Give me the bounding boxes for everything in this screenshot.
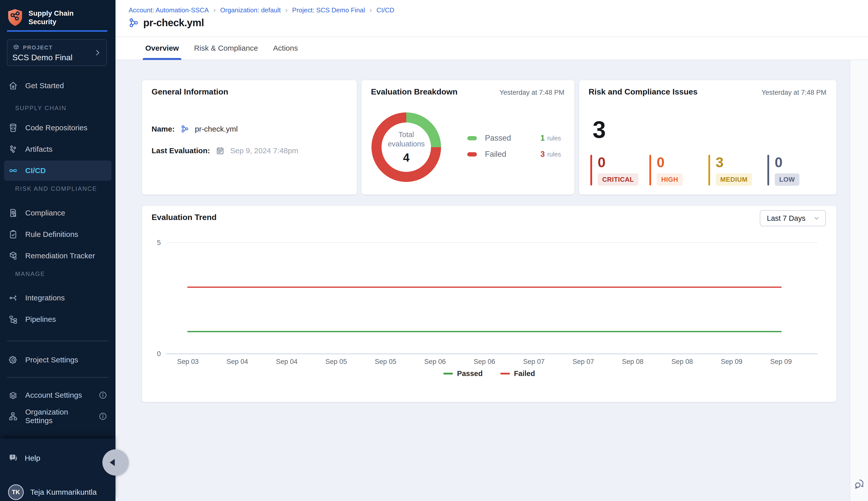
date-range-select[interactable]: Last 7 Days bbox=[760, 210, 826, 226]
sidebar-item-label: Code Repositories bbox=[25, 124, 87, 132]
info-icon[interactable] bbox=[98, 412, 107, 421]
severity-high: 0HIGH bbox=[649, 155, 708, 186]
x-axis-tick-label: Sep 04 bbox=[227, 358, 248, 365]
severity-critical: 0CRITICAL bbox=[590, 155, 649, 186]
help-chat-icon: ? bbox=[8, 453, 18, 463]
x-axis-tick-label: Sep 05 bbox=[325, 358, 347, 365]
legend-count: 3 bbox=[541, 150, 545, 159]
breadcrumb-link[interactable]: Organization: default bbox=[220, 6, 281, 14]
legend-item-failed: Failed3rules bbox=[467, 150, 561, 159]
severity-badge: LOW bbox=[775, 173, 799, 186]
sidebar-item-artifacts[interactable]: Artifacts bbox=[4, 140, 112, 158]
card-title: General Information bbox=[151, 87, 228, 97]
sidebar-item-integrations[interactable]: Integrations bbox=[4, 289, 112, 307]
user-name: Teja Kummarikuntla bbox=[30, 488, 97, 497]
sidebar-collapse-handle[interactable] bbox=[102, 449, 129, 476]
legend-unit: rules bbox=[547, 135, 561, 142]
severity-medium: 3MEDIUM bbox=[708, 155, 767, 186]
last-evaluation-label: Last Evaluation: bbox=[151, 147, 210, 155]
donut-total-value: 4 bbox=[403, 151, 409, 164]
x-axis-tick-label: Sep 06 bbox=[473, 358, 495, 365]
sidebar-item-label: Compliance bbox=[25, 209, 65, 217]
remediation-tracker-icon bbox=[8, 251, 18, 261]
tab-overview[interactable]: Overview bbox=[144, 37, 180, 60]
card-title: Risk and Compliance Issues bbox=[588, 87, 698, 97]
user-menu[interactable]: TK Teja Kummarikuntla bbox=[4, 483, 112, 501]
pipelines-icon bbox=[8, 314, 18, 324]
breadcrumb-link[interactable]: Project: SCS Demo Final bbox=[292, 6, 365, 14]
total-issues-value: 3 bbox=[593, 118, 606, 142]
help-button[interactable]: ? Help bbox=[4, 449, 112, 467]
severity-count: 0 bbox=[657, 155, 683, 169]
x-axis-tick-label: Sep 06 bbox=[424, 358, 446, 365]
risk-compliance-issues-card: Risk and Compliance Issues Yesterday at … bbox=[579, 80, 836, 194]
y-axis-tick-label: 0 bbox=[157, 350, 161, 358]
tab-actions[interactable]: Actions bbox=[272, 37, 299, 60]
sidebar-item-label: Pipelines bbox=[25, 315, 56, 323]
evaluation-trend-line-chart: 05Sep 03Sep 04Sep 04Sep 05Sep 05Sep 06Se… bbox=[142, 236, 836, 367]
breadcrumb-link[interactable]: CI/CD bbox=[377, 6, 395, 14]
sidebar-item-pipelines[interactable]: Pipelines bbox=[4, 310, 112, 328]
legend-item-passed: Passed1rules bbox=[467, 134, 561, 143]
content-area: General Information Name: pr-check.yml L… bbox=[115, 60, 850, 501]
name-value: pr-check.yml bbox=[195, 125, 238, 133]
legend-label: Failed bbox=[485, 150, 541, 159]
trend-legend-item-passed: Passed bbox=[443, 370, 483, 378]
card-title: Evaluation Breakdown bbox=[371, 87, 458, 97]
sidebar-section-label: SUPPLY CHAIN bbox=[15, 105, 66, 111]
help-label: Help bbox=[25, 454, 40, 462]
sidebar-item-account-settings[interactable]: Account Settings bbox=[4, 386, 112, 404]
date-range-value: Last 7 Days bbox=[767, 214, 805, 223]
y-axis-tick-label: 5 bbox=[157, 239, 161, 246]
sidebar-item-code-repositories[interactable]: Code Repositories bbox=[4, 119, 112, 137]
sidebar-section-label: RISK AND COMPLIANCE bbox=[15, 185, 97, 192]
compliance-icon bbox=[8, 208, 18, 218]
severity-low: 0LOW bbox=[767, 155, 826, 186]
sidebar-item-label: Organization Settings bbox=[25, 408, 91, 425]
severity-bar bbox=[708, 155, 710, 185]
breadcrumb-separator: › bbox=[370, 6, 372, 14]
breadcrumb-separator: › bbox=[285, 6, 287, 14]
x-axis-tick-label: Sep 07 bbox=[523, 358, 545, 365]
sidebar-item-rule-definitions[interactable]: Rule Definitions bbox=[4, 225, 112, 243]
page-header: Account: Automation-SSCA›Organization: d… bbox=[115, 0, 868, 37]
project-eyebrow: PROJECT bbox=[23, 44, 53, 51]
info-icon[interactable] bbox=[98, 391, 107, 400]
sidebar-item-remediation-tracker[interactable]: Remediation Tracker bbox=[4, 247, 112, 265]
tab-risk-compliance[interactable]: Risk & Compliance bbox=[192, 37, 259, 60]
card-title: Evaluation Trend bbox=[151, 213, 217, 222]
cicd-icon bbox=[8, 166, 18, 175]
legend-label: Passed bbox=[485, 134, 541, 143]
severity-breakdown: 0CRITICAL0HIGH3MEDIUM0LOW bbox=[590, 155, 826, 186]
accent-bar bbox=[7, 30, 107, 32]
legend-label: Failed bbox=[514, 370, 535, 378]
sidebar-item-label: Get Started bbox=[25, 82, 64, 90]
svg-text:?: ? bbox=[11, 455, 14, 459]
page-title: pr-check.yml bbox=[143, 17, 204, 29]
last-evaluation-value: Sep 9, 2024 7:48pm bbox=[230, 147, 298, 155]
rule-definitions-icon bbox=[8, 229, 18, 239]
sidebar-item-get-started[interactable]: Get Started bbox=[4, 77, 112, 95]
legend-count: 1 bbox=[541, 134, 545, 143]
severity-bar bbox=[649, 155, 651, 185]
sidebar-item-organization-settings[interactable]: Organization Settings bbox=[4, 407, 112, 425]
sidebar-item-project-settings[interactable]: Project Settings bbox=[4, 351, 112, 369]
calendar-icon bbox=[216, 146, 225, 155]
breadcrumb-separator: › bbox=[213, 6, 216, 14]
chat-bubbles-icon[interactable] bbox=[854, 478, 866, 490]
tab-bar: OverviewRisk & ComplianceActions bbox=[115, 37, 868, 60]
legend-unit: rules bbox=[547, 151, 561, 158]
sidebar-footer: ? Help TK Teja Kummarikuntla bbox=[0, 438, 115, 501]
cube-icon bbox=[12, 44, 20, 51]
trend-legend: PassedFailed bbox=[142, 370, 836, 378]
chevron-right-icon bbox=[93, 49, 102, 57]
avatar: TK bbox=[8, 484, 24, 500]
severity-count: 3 bbox=[716, 155, 752, 169]
severity-count: 0 bbox=[775, 155, 799, 169]
breadcrumb-link[interactable]: Account: Automation-SSCA bbox=[129, 6, 209, 14]
code-repository-icon bbox=[8, 123, 18, 133]
sidebar-item-ci-cd[interactable]: CI/CD bbox=[4, 161, 112, 181]
sidebar-item-compliance[interactable]: Compliance bbox=[4, 204, 112, 222]
project-selector[interactable]: PROJECT SCS Demo Final bbox=[7, 39, 107, 66]
sidebar-divider bbox=[7, 341, 108, 341]
